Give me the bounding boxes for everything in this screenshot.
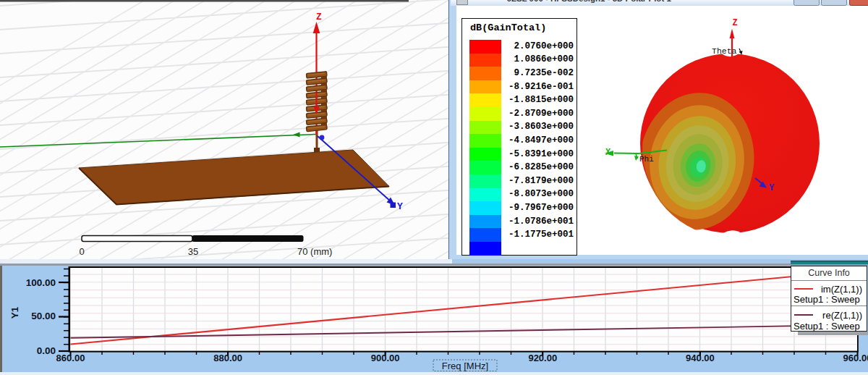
svg-text:0: 0 xyxy=(79,246,84,257)
svg-text:Y1: Y1 xyxy=(9,306,20,319)
svg-text:Freq [MHz]: Freq [MHz] xyxy=(442,361,488,371)
svg-text:0.00: 0.00 xyxy=(37,345,56,356)
svg-text:Z: Z xyxy=(316,12,322,22)
svg-text:960.00: 960.00 xyxy=(843,353,868,363)
svg-text:100.00: 100.00 xyxy=(26,277,56,288)
svg-text:70 (mm): 70 (mm) xyxy=(297,246,332,257)
svg-text:860.00: 860.00 xyxy=(56,353,85,363)
svg-text:50.00: 50.00 xyxy=(31,311,56,321)
svg-text:940.00: 940.00 xyxy=(686,353,715,363)
svg-text:Y: Y xyxy=(397,201,403,212)
svg-text:920.00: 920.00 xyxy=(528,353,557,363)
svg-text:880.00: 880.00 xyxy=(213,353,242,363)
svg-text:Y: Y xyxy=(769,183,775,193)
svg-text:Phi: Phi xyxy=(639,155,654,164)
svg-text:Z: Z xyxy=(733,18,738,28)
svg-text:900.00: 900.00 xyxy=(371,353,400,363)
svg-text:Theta: Theta xyxy=(712,46,737,56)
svg-text:35: 35 xyxy=(188,246,198,257)
